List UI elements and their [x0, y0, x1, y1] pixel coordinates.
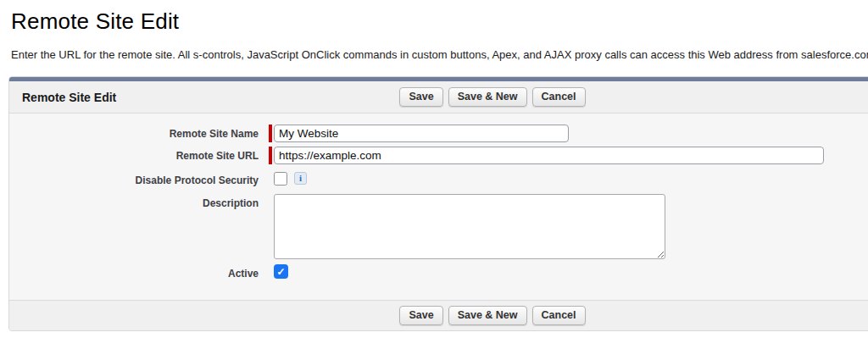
remote-site-edit-panel: Remote Site Edit Save Save & New Cancel … [8, 76, 868, 331]
description-textarea[interactable] [274, 194, 665, 259]
required-indicator [269, 125, 272, 142]
remote-site-name-row: Remote Site Name [9, 125, 868, 142]
description-row: Description [9, 194, 868, 259]
save-button[interactable]: Save [399, 306, 442, 325]
active-row: Active ✓ [9, 264, 868, 280]
panel-header-title: Remote Site Edit [22, 91, 116, 104]
remote-site-name-label: Remote Site Name [9, 125, 269, 140]
top-button-group: Save Save & New Cancel [399, 87, 585, 107]
active-label: Active [9, 264, 269, 280]
remote-site-url-control [269, 147, 824, 164]
page-description: Enter the URL for the remote site. All s… [11, 48, 868, 61]
save-and-new-button[interactable]: Save & New [448, 306, 527, 325]
bottom-button-group: Save Save & New Cancel [399, 306, 585, 325]
remote-site-name-control [269, 125, 569, 142]
disable-protocol-security-checkbox[interactable] [274, 172, 287, 186]
save-button[interactable]: Save [399, 87, 442, 107]
active-checkbox[interactable]: ✓ [274, 264, 288, 279]
description-control [274, 194, 665, 259]
disable-protocol-security-control: i [274, 171, 307, 186]
disable-protocol-security-label: Disable Protocol Security [9, 171, 269, 186]
active-control: ✓ [274, 264, 288, 279]
remote-site-name-input[interactable] [274, 125, 569, 142]
remote-site-url-input[interactable] [274, 147, 824, 164]
cancel-button[interactable]: Cancel [532, 87, 586, 107]
panel-footer: Save Save & New Cancel [9, 300, 868, 330]
info-icon[interactable]: i [294, 172, 307, 185]
description-label: Description [9, 194, 269, 209]
save-and-new-button[interactable]: Save & New [448, 87, 527, 107]
panel-header: Remote Site Edit Save Save & New Cancel [9, 81, 868, 114]
required-indicator [269, 147, 272, 164]
page-title: Remote Site Edit [11, 8, 179, 35]
remote-site-url-label: Remote Site URL [9, 147, 269, 162]
cancel-button[interactable]: Cancel [532, 306, 586, 325]
form-body: Remote Site Name Remote Site URL Disable… [9, 114, 868, 300]
disable-protocol-security-row: Disable Protocol Security i [9, 171, 868, 186]
remote-site-url-row: Remote Site URL [9, 147, 868, 164]
